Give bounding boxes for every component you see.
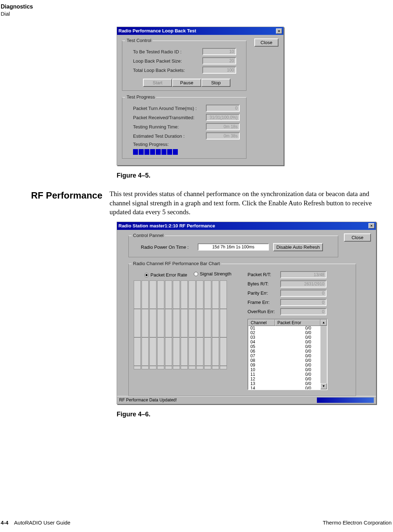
table-row[interactable]: 050/0 [248, 344, 320, 349]
frame-err-value: 0 [280, 299, 326, 306]
page-header-subtitle: Dial [1, 11, 393, 17]
loopback-dialog-title: Radio Performance Loop Back Test [118, 27, 196, 35]
estimated-duration-label: Estimated Test Duration : [133, 133, 206, 139]
packet-rt-label: Packet R/T: [248, 272, 280, 277]
auto-refresh-button[interactable]: Disable Auto Refresh [273, 243, 323, 251]
table-row[interactable]: 080/0 [248, 358, 320, 363]
status-text: RF Performace Data Updated! [119, 397, 177, 402]
rf-performance-body: This test provides status of channel per… [110, 189, 385, 217]
total-packets-label: Total Loop Back Packets: [133, 68, 202, 73]
table-row[interactable]: 120/0 [248, 377, 320, 381]
figure-4-6-caption: Figure 4–6. [117, 411, 387, 418]
close-button[interactable]: Close [344, 233, 371, 242]
close-button[interactable]: Close [254, 38, 278, 47]
status-grip [317, 397, 374, 403]
start-button[interactable]: Start [143, 79, 172, 87]
table-row[interactable]: 130/0 [248, 381, 320, 386]
recv-trans-label: Packet Received/Transmitted: [133, 115, 206, 120]
pause-button[interactable]: Pause [172, 79, 201, 87]
table-row[interactable]: 030/0 [248, 335, 320, 340]
parity-err-label: Parity Err: [248, 290, 280, 296]
control-panel-legend: Control Pannel [132, 233, 165, 238]
packet-error-radio-label: Packet Error Rate [150, 272, 187, 278]
overrun-err-value: 0 [280, 308, 326, 315]
scroll-up-icon[interactable]: ▲ [320, 320, 327, 326]
signal-strength-radio-label: Signal Strength [200, 271, 232, 276]
close-icon[interactable]: × [276, 28, 282, 34]
packet-size-field[interactable]: 20 [202, 57, 236, 64]
estimated-duration-value: 0m 38s [206, 132, 240, 139]
page-header-title: Diagnostics [1, 4, 393, 10]
table-row[interactable]: 020/0 [248, 331, 320, 335]
close-icon[interactable]: × [368, 223, 375, 228]
turnaround-label: Packet Turn Around Time(ms) : [133, 106, 206, 111]
turnaround-value: 0 [206, 105, 240, 112]
progress-label: Testing Progress: [133, 142, 206, 147]
page-number: 4-4 [1, 520, 9, 526]
table-row[interactable]: 010/0 [248, 326, 320, 331]
packet-rt-value: 13/48 [280, 271, 326, 278]
overrun-err-label: OverRun Err: [248, 309, 280, 314]
packet-size-label: Loop Back Packet Size: [133, 58, 202, 64]
radio-id-label: To Be Tested Radio ID : [133, 49, 202, 54]
bytes-rt-label: Bytes R/T: [248, 281, 280, 286]
table-col-channel[interactable]: Channel [248, 320, 275, 326]
bar-chart [134, 280, 240, 369]
running-time-value: 0m 18s [206, 123, 240, 130]
scroll-down-icon[interactable]: ▼ [320, 383, 327, 389]
radio-id-field[interactable]: 10 [202, 48, 236, 55]
bytes-rt-value: 2631/2910 [280, 280, 326, 288]
table-row[interactable]: 140/0 [248, 386, 320, 390]
signal-strength-radio[interactable]: Signal Strength [194, 271, 232, 276]
test-control-legend: Test Control [125, 38, 153, 43]
rf-dialog-title: Radio Station master1:2:10 RF Performanc… [118, 222, 215, 230]
table-scrollbar[interactable]: ▲ ▼ [320, 320, 327, 389]
parity-err-value: 0 [280, 290, 326, 297]
figure-4-5-caption: Figure 4–5. [117, 172, 387, 179]
stop-button[interactable]: Stop [201, 79, 230, 87]
table-row[interactable]: 060/0 [248, 349, 320, 354]
table-row[interactable]: 100/0 [248, 368, 320, 372]
power-on-label: Radio Power On Time : [141, 244, 198, 250]
power-on-value: 15d 7h 16m 1s 100ms [198, 243, 269, 251]
test-progress-legend: Test Progress [125, 94, 156, 100]
channel-table: Channel Packet Error 010/0020/0030/0040/… [248, 319, 328, 390]
table-col-packet-error[interactable]: Packet Error [275, 320, 320, 326]
guide-name: AutoRADIO User Guide [14, 520, 70, 526]
packet-error-radio[interactable]: Packet Error Rate [144, 272, 187, 278]
total-packets-field[interactable]: 100 [202, 67, 236, 74]
table-row[interactable]: 090/0 [248, 363, 320, 368]
corporation-name: Thermo Electron Corporation [323, 520, 392, 526]
rf-performance-dialog: Radio Station master1:2:10 RF Performanc… [117, 222, 376, 404]
bar-chart-legend: Radio Channel RF Performance Bar Chart [132, 261, 221, 266]
rf-performance-heading: RF Performance [0, 189, 110, 217]
progress-bar [133, 149, 241, 155]
table-row[interactable]: 070/0 [248, 354, 320, 358]
table-row[interactable]: 040/0 [248, 340, 320, 344]
loopback-dialog: Radio Performance Loop Back Test × Close… [117, 27, 284, 165]
table-row[interactable]: 110/0 [248, 372, 320, 377]
frame-err-label: Frame Err: [248, 300, 280, 305]
running-time-label: Testing Running Time: [133, 124, 206, 130]
recv-trans-value: 31/31(100.0%) [206, 114, 240, 121]
